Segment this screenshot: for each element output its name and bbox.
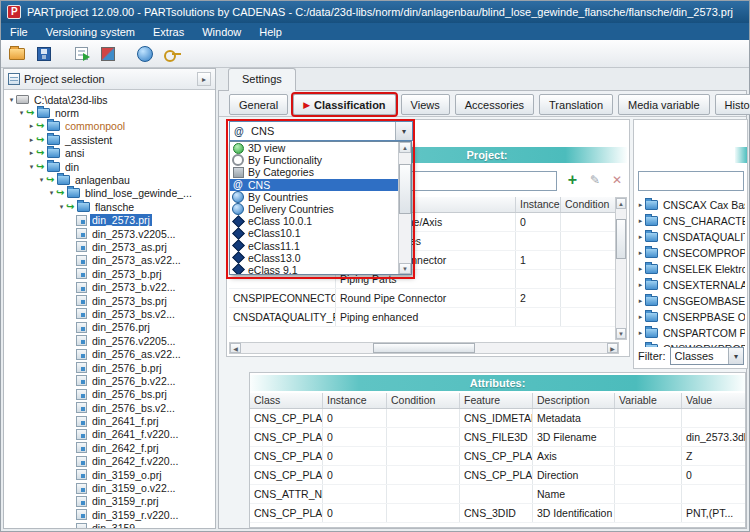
scroll-track[interactable] (616, 209, 626, 328)
tree-item[interactable]: din_2576_as.v22... (4, 347, 215, 360)
tree-item[interactable]: din_2576_b.v22... (4, 374, 215, 387)
tree-item[interactable]: din_2576_bs.prj (4, 388, 215, 401)
class-item[interactable]: CNSERPBASE Objec (636, 309, 745, 325)
dropdown-scrollbar[interactable] (398, 142, 411, 274)
dropdown-item[interactable]: 3D view (230, 142, 398, 154)
tree-item[interactable]: din_2576.v2205... (4, 334, 215, 347)
table-row[interactable]: CNS_CP_PLACE...0CNS_CP_PLACE...AxisZ (250, 447, 745, 466)
dropdown-item[interactable]: Delivery Countries (230, 203, 398, 215)
menu-file[interactable]: File (1, 23, 37, 40)
tree-item[interactable]: flansche (4, 200, 215, 213)
scroll-up-icon[interactable] (399, 142, 411, 153)
menu-help[interactable]: Help (250, 23, 291, 40)
save-icon[interactable] (32, 42, 56, 66)
filter-combo[interactable]: Classes (670, 347, 745, 365)
dropdown-item[interactable]: eClass 9.1 (230, 264, 398, 274)
tree-item[interactable]: norm (4, 106, 215, 119)
expand-icon[interactable] (636, 217, 645, 225)
menu-extras[interactable]: Extras (144, 23, 193, 40)
tab-settings[interactable]: Settings (228, 68, 296, 91)
web-icon[interactable] (133, 42, 157, 66)
tab-classification[interactable]: Classification (293, 94, 395, 115)
scroll-track[interactable] (241, 343, 607, 353)
scroll-thumb[interactable] (616, 219, 626, 259)
dropdown-item[interactable]: eClass11.1 (230, 240, 398, 252)
key-icon[interactable] (160, 42, 184, 66)
tree-item[interactable]: commonpool (4, 120, 215, 133)
classification-system-combo[interactable]: CNS (229, 121, 413, 141)
class-item[interactable]: CNSECOMPROP Obje (636, 245, 745, 261)
horizontal-scrollbar[interactable] (229, 342, 619, 354)
tab-history[interactable]: History (715, 94, 750, 115)
expand-icon[interactable] (636, 281, 645, 289)
tree-item[interactable]: din_2573.prj (4, 214, 215, 227)
tab-views[interactable]: Views (401, 94, 450, 115)
dropdown-item[interactable]: eClass10.1 (230, 227, 398, 239)
tree-item[interactable]: din_2573_bs.v2... (4, 307, 215, 320)
scroll-up-icon[interactable] (616, 198, 626, 209)
vertical-scrollbar[interactable] (615, 197, 627, 340)
tree-item[interactable]: din_2573.v2205... (4, 227, 215, 240)
checkout-icon[interactable] (69, 42, 93, 66)
class-item[interactable]: CNS_CHARACTERIST (636, 213, 745, 229)
tab-translation[interactable]: Translation (539, 94, 613, 115)
dropdown-item[interactable]: eClass 10.0.1 (230, 215, 398, 227)
collapse-icon[interactable] (7, 96, 16, 104)
table-row[interactable]: CNS_CP_PLACE...0CNS_FILE3D3D Filenamedin… (250, 428, 745, 447)
add-class-button[interactable] (564, 172, 581, 189)
combo-dropdown-button[interactable] (395, 122, 412, 140)
dropdown-item[interactable]: By Countries (230, 191, 398, 203)
dropdown-item[interactable]: By Functionality (230, 154, 398, 166)
tree-item[interactable]: anlagenbau (4, 173, 215, 186)
class-item[interactable]: CNSGEOMBASE Geo (636, 293, 745, 309)
classes-search-input[interactable] (638, 171, 744, 191)
expand-icon[interactable] (636, 297, 645, 305)
tree-item[interactable]: din_3159_o.v22... (4, 481, 215, 494)
class-item[interactable]: CNSELEK Elektro (636, 261, 745, 277)
tab-general[interactable]: General (229, 94, 288, 115)
scroll-left-icon[interactable] (230, 343, 241, 353)
expand-icon[interactable] (27, 149, 36, 157)
tree-item[interactable]: _assistent (4, 133, 215, 146)
expand-icon[interactable] (636, 249, 645, 257)
tab-media-variable[interactable]: Media variable (618, 94, 710, 115)
table-row[interactable]: CNS_CP_PLACE...0CNS_3DID3D Identificatio… (250, 504, 745, 523)
dropdown-item[interactable]: CNS (230, 179, 398, 191)
chevron-down-icon[interactable] (728, 348, 743, 364)
table-row[interactable]: CNS_CP_PLACE...0CNS_CP_PLACE...Direction… (250, 466, 745, 485)
table-row[interactable]: CNS_CP_PLACE...0CNS_IDMETAD...Metadata (250, 409, 745, 428)
expand-icon[interactable] (636, 329, 645, 337)
class-item[interactable]: CNSCAX Cax Basis (636, 197, 745, 213)
table-row[interactable]: CNS_ATTR_NA...Name (250, 485, 745, 504)
expand-icon[interactable] (636, 313, 645, 321)
tools-icon[interactable] (96, 42, 120, 66)
tree-item[interactable]: din_2641_f.prj (4, 414, 215, 427)
tree-item[interactable]: din_3159_r.v220... (4, 508, 215, 521)
tree-item[interactable]: din_2573_bs.prj (4, 294, 215, 307)
expand-icon[interactable] (636, 201, 645, 209)
dropdown-item[interactable]: By Categories (230, 166, 398, 178)
tab-accessories[interactable]: Accessories (455, 94, 534, 115)
tree-item[interactable]: din_2642_f.prj (4, 441, 215, 454)
collapse-icon[interactable] (17, 109, 26, 117)
scroll-thumb[interactable] (373, 343, 475, 353)
tree-item[interactable]: din (4, 160, 215, 173)
collapse-icon[interactable] (47, 189, 56, 197)
table-row[interactable]: CNSDATAQUALITY_PIPINGPiping enhanced (229, 308, 617, 327)
tree-item[interactable]: din_2573_b.prj (4, 267, 215, 280)
expand-icon[interactable] (636, 233, 645, 241)
menu-window[interactable]: Window (193, 23, 250, 40)
tree-item[interactable]: din_2576.prj (4, 321, 215, 334)
collapse-icon[interactable] (27, 163, 36, 171)
tree-item[interactable]: din_2576_b.prj (4, 361, 215, 374)
expand-icon[interactable] (27, 122, 36, 130)
dropdown-item[interactable]: eClass13.0 (230, 252, 398, 264)
menu-versioning-system[interactable]: Versioning system (37, 23, 144, 40)
expand-icon[interactable] (27, 136, 36, 144)
collapse-icon[interactable] (37, 176, 46, 184)
scroll-thumb[interactable] (399, 164, 411, 214)
tree-item[interactable]: din_2642_f.v220... (4, 455, 215, 468)
tree-item[interactable]: din_2641_f.v220... (4, 428, 215, 441)
scroll-down-icon[interactable] (399, 263, 411, 274)
expand-icon[interactable] (636, 265, 645, 273)
